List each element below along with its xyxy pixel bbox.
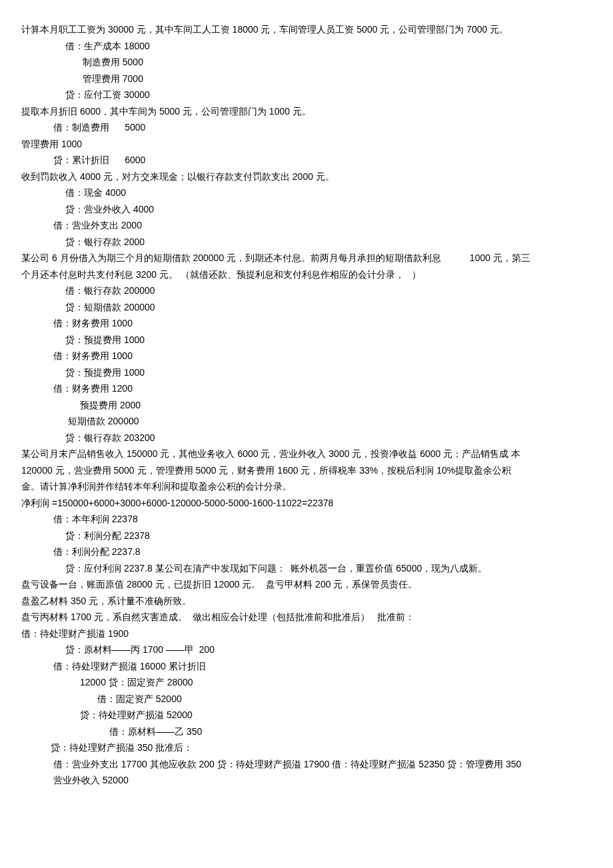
text-line: 管理费用 1000 xyxy=(21,136,592,153)
text-line: 贷：银行存款 2000 xyxy=(21,234,592,250)
text-line: 贷：待处理财产损溢 350 批准后： xyxy=(21,739,592,756)
text-line: 收到罚款收入 4000 元，对方交来现金；以银行存款支付罚款支出 2000 元。 xyxy=(21,169,592,185)
text-line: 贷：银行存款 203200 xyxy=(21,430,592,446)
text-line: 贷：短期借款 200000 xyxy=(21,299,592,316)
text-line: 借：待处理财产损溢 1900 xyxy=(21,626,592,642)
text-line: 贷：预提费用 1000 xyxy=(21,332,592,348)
text-line: 某公司 6 月份借入为期三个月的短期借款 200000 元，到期还本付息。前两月… xyxy=(21,250,592,266)
text-line: 借：财务费用 1000 xyxy=(21,315,592,332)
text-line: 金。请计算净利润并作结转本年利润和提取盈余公积的会计分录。 xyxy=(21,478,592,495)
text-line: 借：制造费用 5000 xyxy=(21,119,592,136)
text-line: 贷：待处理财产损溢 52000 xyxy=(21,707,592,723)
text-line: 借：财务费用 1000 xyxy=(21,348,592,364)
text-line: 某公司月末产品销售收入 150000 元，其他业务收入 6000 元，营业外收入… xyxy=(21,446,592,462)
text-line: 管理费用 7000 xyxy=(21,71,592,87)
text-line: 盘亏设备一台，账面原值 28000 元，已提折旧 12000 元。 盘亏甲材料 … xyxy=(21,576,592,593)
text-line: 借：营业外支出 17700 其他应收款 200 贷：待处理财产损溢 17900 … xyxy=(21,756,592,773)
text-line: 计算本月职工工资为 30000 元，其中车间工人工资 18000 元，车间管理人… xyxy=(21,21,592,38)
text-line: 借：利润分配 2237.8 xyxy=(21,544,592,560)
text-line: 借：固定资产 52000 xyxy=(21,691,592,707)
text-line: 12000 贷：固定资产 28000 xyxy=(21,674,592,691)
text-line: 贷：应付工资 30000 xyxy=(21,87,592,103)
text-line: 120000 元，营业费用 5000 元，管理费用 5000 元，财务费用 16… xyxy=(21,462,592,479)
text-line: 贷：原材料——丙 1700 ——甲 200 xyxy=(21,642,592,658)
text-line: 贷：预提费用 1000 xyxy=(21,364,592,381)
text-line: 贷：利润分配 22378 xyxy=(21,528,592,544)
text-line: 预提费用 2000 xyxy=(21,397,592,414)
document-body: 计算本月职工工资为 30000 元，其中车间工人工资 18000 元，车间管理人… xyxy=(21,21,592,789)
text-line: 制造费用 5000 xyxy=(21,54,592,71)
text-line: 借：现金 4000 xyxy=(21,185,592,201)
text-line: 借：本年利润 22378 xyxy=(21,511,592,528)
text-line: 贷：应付利润 2237.8 某公司在清产中发现如下问题： 账外机器一台，重置价值… xyxy=(21,560,592,577)
text-line: 营业外收入 52000 xyxy=(21,772,592,789)
text-line: 借：生产成本 18000 xyxy=(21,38,592,55)
text-line: 借：银行存款 200000 xyxy=(21,282,592,299)
text-line: 借：营业外支出 2000 xyxy=(21,217,592,234)
text-line: 盘盈乙材料 350 元，系计量不准确所致。 xyxy=(21,593,592,610)
text-line: 短期借款 200000 xyxy=(21,413,592,430)
text-line: 盘亏丙材料 1700 元，系自然灾害造成。 做出相应会计处理（包括批准前和批准后… xyxy=(21,609,592,626)
text-line: 贷：营业外收入 4000 xyxy=(21,201,592,218)
text-line: 借：原材料——乙 350 xyxy=(21,723,592,740)
text-line: 净利润 =150000+6000+3000+6000-120000-5000-5… xyxy=(21,495,592,512)
text-line: 借：财务费用 1200 xyxy=(21,380,592,397)
text-line: 贷：累计折旧 6000 xyxy=(21,152,592,169)
text-line: 个月还本付息时共支付利息 3200 元。 （就借还款、预提利息和支付利息作相应的… xyxy=(21,266,592,283)
text-line: 借：待处理财产损溢 16000 累计折旧 xyxy=(21,658,592,675)
text-line: 提取本月折旧 6000，其中车间为 5000 元，公司管理部门为 1000 元。 xyxy=(21,103,592,120)
